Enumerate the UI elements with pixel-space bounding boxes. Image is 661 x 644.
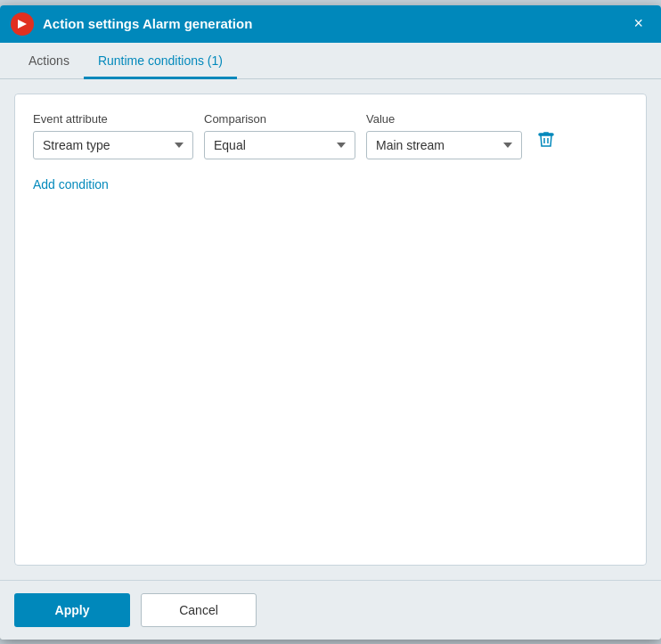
- value-label: Value: [366, 112, 522, 126]
- svg-rect-1: [539, 134, 553, 135]
- dialog-title: Action settings Alarm generation: [43, 16, 626, 31]
- value-select[interactable]: Main stream Sub stream Third stream: [366, 131, 522, 159]
- trash-icon: [538, 130, 554, 152]
- tab-bar: Actions Runtime conditions (1): [0, 43, 661, 79]
- title-bar: Action settings Alarm generation ×: [0, 5, 661, 43]
- tab-runtime-conditions[interactable]: Runtime conditions (1): [84, 43, 237, 79]
- tab-actions[interactable]: Actions: [14, 43, 84, 79]
- dialog-action-settings: Action settings Alarm generation × Actio…: [0, 5, 661, 640]
- delete-condition-button[interactable]: [533, 123, 559, 159]
- condition-row: Event attribute Stream type Camera Event…: [33, 112, 628, 159]
- event-attribute-group: Event attribute Stream type Camera Event…: [33, 112, 193, 159]
- svg-marker-0: [18, 20, 27, 29]
- event-attribute-label: Event attribute: [33, 112, 193, 126]
- footer: Apply Cancel: [0, 580, 661, 640]
- event-attribute-select[interactable]: Stream type Camera Event type: [33, 131, 193, 159]
- comparison-label: Comparison: [204, 112, 355, 126]
- add-condition-link[interactable]: Add condition: [33, 177, 109, 192]
- content-area: Event attribute Stream type Camera Event…: [0, 79, 661, 580]
- app-logo-icon: [11, 12, 34, 36]
- value-group: Value Main stream Sub stream Third strea…: [366, 112, 522, 159]
- comparison-group: Comparison Equal Not equal Contains: [204, 112, 355, 159]
- apply-button[interactable]: Apply: [14, 593, 130, 627]
- conditions-panel: Event attribute Stream type Camera Event…: [14, 94, 647, 566]
- comparison-select[interactable]: Equal Not equal Contains: [204, 131, 355, 159]
- cancel-button[interactable]: Cancel: [141, 593, 257, 627]
- close-button[interactable]: ×: [626, 11, 650, 37]
